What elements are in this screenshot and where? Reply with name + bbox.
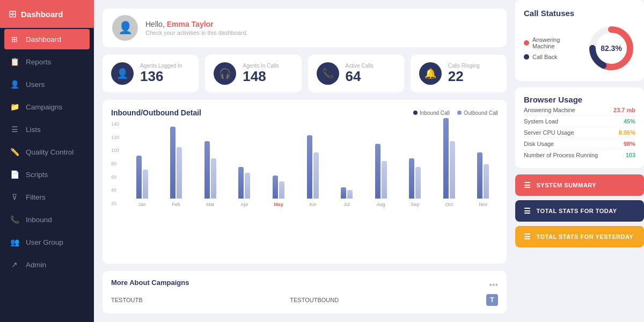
bar-group-jul: Jul	[332, 187, 362, 207]
legend-item: Call Back	[524, 54, 580, 60]
bar-pair	[136, 156, 148, 199]
bar-inbound	[170, 127, 175, 199]
y-label: 20	[111, 201, 119, 206]
bar-outbound	[484, 164, 489, 199]
header-greeting: Hello, Emma Taylor	[145, 20, 248, 28]
browser-usage-row: System Load 45%	[524, 116, 635, 127]
sidebar-item-filters[interactable]: ⊽ Filters	[0, 186, 94, 208]
stat-value-0: 136	[140, 69, 182, 84]
campaign-row: TESTOUTB TESTOUTBOUND T	[111, 294, 498, 306]
bar-label: Aug	[377, 202, 385, 207]
bar-outbound	[347, 190, 353, 199]
btn-icon: ☰	[524, 181, 531, 189]
middle-row: Inbound/Outbound Detail Inbound Call Out…	[103, 100, 507, 264]
browser-usage-row: Server CPU Usage 8.05%	[524, 127, 635, 138]
sidebar-label-admin: Admin	[26, 261, 46, 269]
stat-icon-3: 🔔	[419, 62, 442, 85]
sidebar-label-quality-control: Quality Control	[26, 148, 74, 156]
bar-outbound	[245, 173, 250, 199]
sidebar-label-reports: Reports	[26, 58, 51, 66]
btn-label: TOTAL STATS FOR TODAY	[537, 208, 617, 214]
btn-label: SYSTEM SUMMARY	[537, 182, 597, 188]
sidebar-item-users[interactable]: 👤 Users	[0, 73, 94, 96]
stat-card-3: 🔔 Calls Ringing 22	[411, 55, 507, 92]
bar-inbound	[341, 187, 346, 199]
bar-outbound	[143, 170, 148, 199]
sidebar-label-user-group: User Group	[26, 238, 63, 246]
bar-group-oct: Oct	[434, 118, 464, 207]
campaigns-title: More About Campaigns	[111, 279, 189, 287]
sidebar-label-campaigns: Campaigns	[26, 103, 62, 111]
right-panel: Call Statuses Answering Machine Call Bac…	[515, 0, 644, 322]
browser-label: Server CPU Usage	[524, 129, 574, 136]
stat-icon-2: 📞	[317, 62, 339, 85]
sidebar-item-reports[interactable]: 📋 Reports	[0, 50, 94, 73]
lists-icon: ☰	[10, 125, 19, 134]
bar-inbound	[375, 144, 380, 199]
campaign-name: TESTOUTBOUND	[290, 297, 339, 303]
total-stats-yesterday-button[interactable]: ☰TOTAL STATS FOR YESTERDAY	[515, 226, 644, 247]
users-icon: 👤	[10, 80, 19, 89]
sidebar-label-dashboard: Dashboard	[26, 35, 61, 43]
header-name: Emma Taylor	[167, 20, 214, 28]
stat-card-1: 🎧 Agents In Calls 148	[205, 55, 301, 92]
total-stats-today-button[interactable]: ☰TOTAL STATS FOR TODAY	[515, 200, 644, 222]
sidebar-item-inbound[interactable]: 📞 Inbound	[0, 208, 94, 231]
stat-value-2: 64	[346, 69, 374, 84]
browser-usage-row: Answering Machine 23.7 mb	[524, 105, 635, 116]
bar-inbound	[136, 156, 142, 199]
sidebar-item-admin[interactable]: ↗ Admin	[0, 253, 94, 276]
stat-icon-0: 👤	[111, 62, 134, 85]
y-label: 60	[111, 174, 119, 180]
y-axis-labels: 20406080100120140	[111, 121, 119, 207]
sidebar-item-lists[interactable]: ☰ Lists	[0, 118, 94, 141]
stat-value-3: 22	[448, 69, 480, 84]
bar-pair	[477, 152, 489, 199]
bar-label: Oct	[445, 202, 453, 207]
bar-group-mar: Mar	[195, 141, 225, 207]
avatar: 👤	[112, 15, 138, 41]
more-options-icon[interactable]: •••	[489, 280, 498, 290]
sidebar: ⊞ Dashboard ⊞ Dashboard 📋 Reports 👤 User…	[0, 0, 94, 322]
bar-label: Jan	[138, 202, 147, 207]
donut-chart: 82.3%	[587, 24, 635, 72]
sidebar-item-dashboard[interactable]: ⊞ Dashboard	[4, 29, 90, 49]
sidebar-item-campaigns[interactable]: 📁 Campaigns	[0, 96, 94, 118]
sidebar-label-scripts: Scripts	[26, 171, 48, 179]
reports-icon: 📋	[10, 57, 19, 66]
stat-icon-1: 🎧	[214, 62, 236, 85]
legend-text: Call Back	[532, 54, 557, 60]
browser-value: 23.7 mb	[613, 107, 635, 113]
y-label: 140	[111, 121, 119, 127]
sidebar-item-user-group[interactable]: 👥 User Group	[0, 231, 94, 253]
bar-outbound	[279, 181, 284, 199]
bar-outbound	[313, 152, 319, 199]
header-subtitle: Check your activities in this dashboard.	[145, 30, 248, 36]
scripts-icon: 📄	[10, 170, 19, 179]
sidebar-logo[interactable]: ⊞ Dashboard	[0, 0, 94, 28]
sidebar-logo-text: Dashboard	[21, 10, 63, 19]
call-statuses-card: Call Statuses Answering Machine Call Bac…	[515, 0, 644, 81]
browser-label: Answering Machine	[524, 107, 575, 113]
bar-group-apr: Apr	[230, 167, 260, 207]
browser-value: 103	[626, 152, 635, 158]
bar-pair	[341, 187, 353, 199]
action-buttons: ☰SYSTEM SUMMARY☰TOTAL STATS FOR TODAY☰TO…	[515, 174, 644, 247]
filters-icon: ⊽	[10, 193, 19, 201]
sidebar-item-scripts[interactable]: 📄 Scripts	[0, 163, 94, 186]
browser-value: 8.05%	[619, 129, 635, 136]
bar-pair	[204, 141, 216, 199]
campaigns-icon: 📁	[10, 103, 19, 111]
bar-inbound	[443, 118, 449, 199]
sidebar-item-quality-control[interactable]: ✏️ Quality Control	[0, 141, 94, 163]
donut-row: Answering Machine Call Back 82.3%	[524, 24, 635, 72]
system-summary-button[interactable]: ☰SYSTEM SUMMARY	[515, 174, 644, 196]
inbound-icon: 📞	[10, 215, 19, 224]
sidebar-label-lists: Lists	[26, 126, 41, 134]
y-label: 120	[111, 135, 119, 140]
bar-label: Mar	[206, 202, 215, 207]
legend-color	[524, 40, 529, 46]
bar-label: Sep	[411, 202, 419, 207]
chart-header: Inbound/Outbound Detail Inbound Call Out…	[111, 108, 498, 117]
bar-group-aug: Aug	[366, 144, 396, 207]
